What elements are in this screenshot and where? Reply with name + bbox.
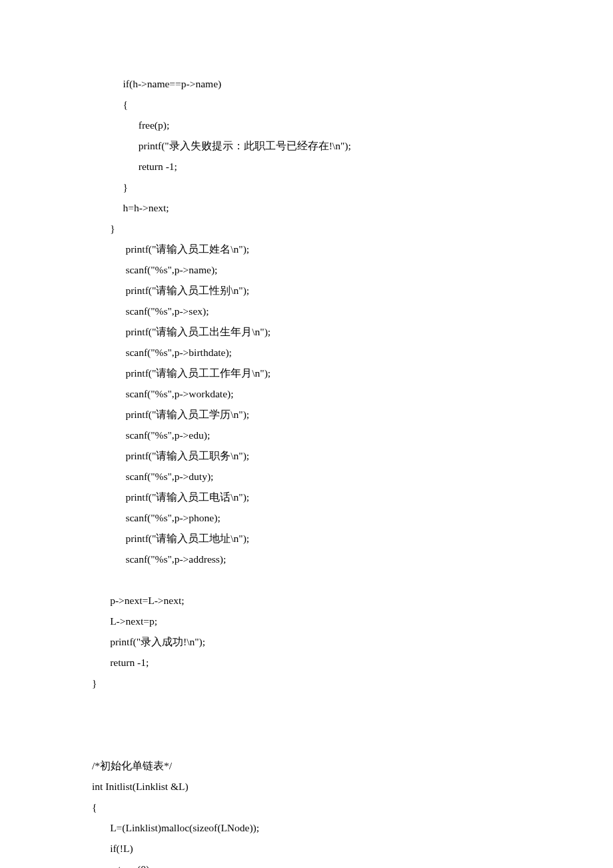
code-block: if(h->name==p->name) { free(p); printf("… (92, 73, 613, 868)
document-page: if(h->name==p->name) { free(p); printf("… (0, 0, 613, 868)
